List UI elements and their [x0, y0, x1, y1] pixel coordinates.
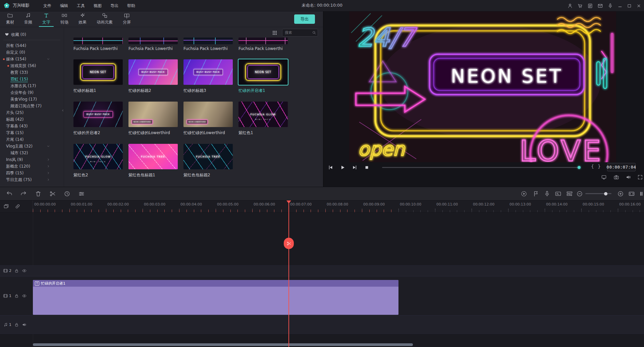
template-thumbnail[interactable]: [183, 38, 233, 44]
sidebar-item[interactable]: Ins风 (9): [0, 156, 64, 163]
sidebar-item[interactable]: 霓虹 (15): [0, 76, 64, 82]
zoom-out-button[interactable]: [576, 190, 583, 197]
lock-icon[interactable]: [14, 293, 19, 298]
chevron-down-icon[interactable]: [46, 144, 50, 148]
mark-in-button[interactable]: {: [591, 164, 594, 169]
account-icon[interactable]: [567, 3, 573, 9]
template-thumbnail[interactable]: [128, 38, 178, 44]
audio-track-1[interactable]: 1: [0, 315, 644, 334]
subtitle-button[interactable]: [555, 190, 561, 197]
sidebar-item[interactable]: 频道订阅点赞 (7): [0, 103, 64, 109]
template-thumbnail[interactable]: [73, 38, 123, 44]
video-track-1[interactable]: 1 T 忙碌的开启者1: [0, 276, 644, 315]
lock-icon[interactable]: [14, 322, 19, 327]
undo-button[interactable]: [6, 190, 13, 197]
search-icon[interactable]: [312, 31, 316, 35]
fit-timeline-button[interactable]: [628, 190, 635, 197]
tab-3[interactable]: 转场: [57, 11, 72, 27]
sidebar-item[interactable]: 企业年会 (9): [0, 89, 64, 96]
template-thumbnail[interactable]: NEON LOWERTHIRD: [128, 102, 178, 127]
menu-item-4[interactable]: 导出: [106, 0, 123, 11]
delete-button[interactable]: [35, 190, 42, 197]
template-thumbnail[interactable]: BUSY BUSY PACK: [73, 102, 123, 127]
mark-out-button[interactable]: }: [598, 164, 601, 169]
volume-icon[interactable]: [626, 174, 631, 180]
template-thumbnail[interactable]: FUCHSIA GLOWMINI PACK: [73, 144, 123, 169]
template-item[interactable]: FUCHSIA TREE紫红色包标题2: [183, 144, 233, 186]
visibility-icon[interactable]: [22, 268, 27, 273]
duration-button[interactable]: [64, 190, 70, 197]
template-item[interactable]: FUCHSIA GLOWMINI PACK紫红色2: [73, 144, 123, 186]
visibility-icon[interactable]: [22, 293, 27, 298]
sidebar-item[interactable]: 教育 (33): [0, 69, 64, 76]
marker-button[interactable]: [533, 190, 539, 197]
sidebar-item[interactable]: 收藏 (0): [0, 31, 64, 38]
media-frames-icon[interactable]: [3, 204, 9, 209]
next-frame-button[interactable]: [352, 165, 358, 170]
timeline-zoom-slider[interactable]: [585, 193, 611, 194]
chevron-right-icon[interactable]: [46, 178, 50, 182]
render-preview-button[interactable]: [521, 190, 527, 197]
template-item[interactable]: NEON SET忙碌的开启者1: [238, 59, 288, 102]
menu-item-5[interactable]: 帮助: [123, 0, 140, 11]
template-item[interactable]: BUSY BUSY PACK忙碌的标题2: [128, 59, 178, 102]
template-thumbnail[interactable]: FUCHSIA GLOWMINI PACK: [238, 102, 288, 127]
chevron-right-icon[interactable]: [46, 171, 50, 175]
stop-button[interactable]: [364, 165, 370, 170]
timeline-ruler[interactable]: 00:00:00:0000:00:01:0000:00:02:0000:00:0…: [0, 200, 644, 213]
template-item[interactable]: Fuchsia Pack Lowerthi: [183, 38, 233, 59]
template-thumbnail[interactable]: FUCHSIA TREE: [128, 144, 178, 169]
tab-0[interactable]: 素材: [3, 11, 17, 27]
sidebar-item[interactable]: 片尾 (14): [0, 136, 64, 143]
template-item[interactable]: NEON LOWERTHIRD忙碌忙碌的Lowerthird: [183, 102, 233, 144]
close-button[interactable]: [636, 3, 641, 8]
store-icon[interactable]: [577, 3, 583, 9]
sidebar-item[interactable]: 新概念 (120): [0, 163, 64, 170]
menu-item-2[interactable]: 工具: [72, 0, 89, 11]
maximize-button[interactable]: [627, 3, 632, 8]
sidebar-item[interactable]: 城市 (32): [0, 150, 64, 156]
tab-1[interactable]: 音频: [21, 11, 36, 27]
tab-6[interactable]: 分屏: [119, 11, 134, 27]
sidebar-item[interactable]: 媒体 (154): [0, 56, 64, 62]
fullscreen-icon[interactable]: [637, 174, 643, 180]
adjust-panel-icon[interactable]: [638, 190, 644, 197]
record-icon[interactable]: [607, 3, 613, 9]
playhead[interactable]: [288, 200, 289, 347]
zoom-in-button[interactable]: [617, 190, 624, 197]
playhead-cut-button[interactable]: [284, 238, 294, 249]
export-button[interactable]: 导出: [294, 14, 315, 24]
previous-frame-button[interactable]: [328, 165, 333, 170]
template-item[interactable]: BUSY BUSY PACK忙碌的标题3: [183, 59, 233, 102]
template-item[interactable]: Fuchsia Pack Lowerthi: [73, 38, 123, 59]
menu-item-1[interactable]: 编辑: [56, 0, 72, 11]
template-thumbnail[interactable]: FUCHSIA TREE: [183, 144, 233, 169]
preview-video[interactable]: NEON SET 24/7 open LOVE: [349, 11, 616, 162]
sidebar-item[interactable]: 水墨古风 (17): [0, 82, 64, 89]
menu-item-0[interactable]: 文件: [39, 0, 56, 11]
scrollbar-thumb[interactable]: [33, 343, 413, 346]
mute-icon[interactable]: [22, 322, 27, 327]
search-box[interactable]: [282, 29, 318, 37]
template-thumbnail[interactable]: NEON LOWERTHIRD: [183, 102, 233, 127]
playback-slider[interactable]: [382, 167, 580, 168]
template-item[interactable]: FUCHSIA GLOWMINI PACK紫红色1: [238, 102, 288, 144]
sidebar-item[interactable]: 所有 (544): [0, 42, 64, 49]
timeline-clip[interactable]: T 忙碌的开启者1: [33, 280, 398, 315]
sidebar-item[interactable]: 美食Vlog (17): [0, 96, 64, 103]
menu-item-3[interactable]: 视图: [89, 0, 106, 11]
timeline-zoom-handle[interactable]: [604, 192, 607, 195]
timeline-tracks[interactable]: 2 1 T 忙碌的开启者1: [0, 213, 644, 347]
template-item[interactable]: NEON SET忙碌的标题1: [73, 59, 123, 102]
timeline-scrollbar[interactable]: [0, 343, 644, 346]
track-manager-button[interactable]: [566, 190, 573, 197]
sidebar-item[interactable]: 字幕 (15): [0, 129, 64, 136]
sidebar-item[interactable]: 片头 (25): [0, 109, 64, 116]
template-thumbnail[interactable]: [238, 38, 288, 44]
link-icon[interactable]: [15, 204, 20, 209]
template-item[interactable]: BUSY BUSY PACK忙碌的开启者2: [73, 102, 123, 144]
grid-view-icon[interactable]: [272, 30, 278, 36]
sidebar-item[interactable]: 标题 (42): [0, 116, 64, 123]
template-item[interactable]: Fuchsia Pack Lowerthi: [128, 38, 178, 59]
template-thumbnail[interactable]: BUSY BUSY PACK: [183, 59, 233, 85]
